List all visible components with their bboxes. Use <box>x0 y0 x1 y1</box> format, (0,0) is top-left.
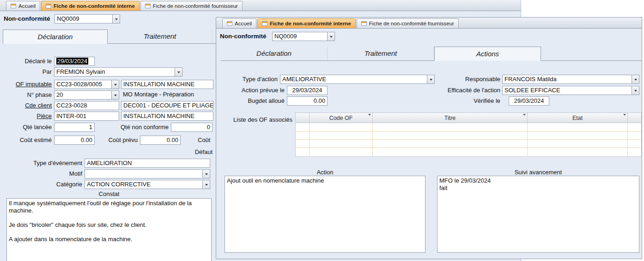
doc-tab-accueil[interactable]: Accueil <box>222 18 256 28</box>
row-selector-header[interactable] <box>296 113 310 123</box>
verified-date-field[interactable]: 29/03/2024 <box>509 96 549 106</box>
document-tab-bar: Accueil Fiche de non-conformité interne … <box>0 0 521 11</box>
doc-tab-fiche-interne[interactable]: Fiche de non-conformité interne <box>41 1 140 11</box>
cost-estimated-label: Coût estimé <box>0 136 52 145</box>
dropdown-arrow-icon[interactable] <box>175 68 182 76</box>
action-type-label: Type d'action <box>216 75 278 84</box>
piece-label[interactable]: Pièce <box>0 112 52 121</box>
tab-actions[interactable]: Actions <box>434 47 541 61</box>
doc-tab-label: Fiche de non-conformité fournisseur <box>153 3 238 9</box>
planned-date-label: Action prévue le <box>216 86 285 95</box>
selected-date-text: 29/03/2024 <box>56 58 88 65</box>
phase-combo[interactable]: 20 <box>54 90 119 100</box>
column-header-titre[interactable]: Titre <box>373 113 528 123</box>
qty-launched-field[interactable]: 1 <box>54 123 95 132</box>
dropdown-arrow-icon[interactable] <box>112 15 120 23</box>
datasheet-cell[interactable] <box>373 140 528 148</box>
datasheet-cell[interactable] <box>628 140 641 148</box>
doc-tab-fiche-fournisseur[interactable]: Fiche de non-conformité fournisseur <box>357 18 459 28</box>
datasheet-cell[interactable] <box>528 123 628 131</box>
column-dropdown-icon[interactable] <box>368 116 371 122</box>
cost-estimated-field[interactable]: 0.00 <box>54 136 95 145</box>
declared-on-label: Déclaré le <box>0 57 52 66</box>
doc-tab-fiche-interne[interactable]: Fiche de non-conformité interne <box>257 18 356 28</box>
datasheet-cell[interactable] <box>373 123 528 131</box>
datasheet-cell[interactable] <box>628 123 641 131</box>
of-imputable-label[interactable]: OF imputable <box>0 80 52 89</box>
reason-combo[interactable] <box>85 169 210 178</box>
record-selector-label: Non-conformité <box>4 14 53 24</box>
datasheet-row <box>296 140 641 148</box>
declared-on-field[interactable]: 29/03/2024 <box>54 57 95 66</box>
form-icon <box>361 21 367 26</box>
of-imputable-combo[interactable]: CC23-0028/0005 <box>54 80 119 89</box>
responsible-combo[interactable]: FRANCOIS Matilda <box>502 75 639 84</box>
action-textarea[interactable]: Ajout outil en nomenclature machine <box>225 176 425 253</box>
nonconformity-number-combo[interactable]: NQ0009 <box>55 14 120 24</box>
responsible-label: Responsable <box>438 75 500 84</box>
dropdown-arrow-icon[interactable] <box>111 80 119 89</box>
piece-title-field[interactable]: INSTALLATION MACHINE <box>121 112 213 121</box>
combo-value: FREMION Sylvain <box>55 68 175 76</box>
doc-tab-label: Fiche de non-conformité fournisseur <box>369 21 454 26</box>
category-combo[interactable]: ACTION CORRECTIVE <box>85 180 210 189</box>
doc-tab-fiche-fournisseur[interactable]: Fiche de non-conformité fournisseur <box>140 1 243 11</box>
customer-order-field[interactable]: CC23-0028 <box>54 101 119 110</box>
budget-field[interactable]: 0.00 <box>287 96 328 106</box>
nonconformity-number-combo[interactable]: NQ0009 <box>272 32 335 41</box>
customer-order-title-field[interactable]: DEC001 - DECOUPE ET PLIAGE <box>121 101 213 110</box>
customer-order-label[interactable]: Cde client <box>0 101 52 110</box>
column-header-code-of[interactable]: Code OF <box>310 113 373 123</box>
dropdown-arrow-icon[interactable] <box>202 180 210 189</box>
declared-by-combo[interactable]: FREMION Sylvain <box>54 67 182 77</box>
datasheet-cell[interactable] <box>528 131 628 139</box>
tab-traitement[interactable]: Traitement <box>108 30 213 43</box>
cost-planned-field[interactable]: 0.00 <box>140 136 181 145</box>
doc-tab-accueil[interactable]: Accueil <box>6 1 40 11</box>
dropdown-arrow-icon[interactable] <box>111 91 119 99</box>
tab-declaration[interactable]: Déclaration <box>221 47 328 60</box>
column-header-etat[interactable]: Etat <box>528 113 628 123</box>
datasheet-cell[interactable] <box>310 123 373 131</box>
column-header-new[interactable] <box>628 113 641 123</box>
verified-date-label: Vérifiée le <box>438 96 500 106</box>
form-icon <box>145 4 151 8</box>
progress-textarea[interactable]: MFO le 29/03/2024 fait <box>437 176 639 253</box>
datasheet-cell[interactable] <box>310 140 373 148</box>
dropdown-arrow-icon[interactable] <box>202 170 210 178</box>
qty-nonconforming-field[interactable]: 0 <box>171 123 213 132</box>
datasheet-cell[interactable] <box>528 140 628 148</box>
datasheet-cell[interactable] <box>373 148 528 156</box>
tab-declaration[interactable]: Déclaration <box>3 30 108 44</box>
column-dropdown-icon[interactable] <box>623 116 626 122</box>
dropdown-arrow-icon[interactable] <box>632 75 639 83</box>
row-selector-cell[interactable] <box>296 148 310 156</box>
reason-label: Motif <box>0 169 82 178</box>
finding-textarea[interactable]: Il manque systématiquement l'outil de ré… <box>6 198 212 261</box>
datasheet-cell[interactable] <box>373 131 528 139</box>
form-icon <box>11 4 16 8</box>
tab-traitement[interactable]: Traitement <box>328 47 434 60</box>
cost-planned-label: Coût prévu <box>98 136 138 145</box>
row-selector-cell[interactable] <box>296 140 310 148</box>
effectiveness-combo[interactable]: SOLDEE EFFICACE <box>502 86 639 95</box>
planned-date-field[interactable]: 29/03/2024 <box>287 86 328 95</box>
datasheet-cell[interactable] <box>628 131 641 139</box>
record-selector-label: Non-conformité <box>220 32 271 41</box>
action-type-combo[interactable]: AMELIORATIVE <box>280 75 435 84</box>
piece-field[interactable]: INTER-001 <box>54 112 119 121</box>
datasheet-cell[interactable] <box>310 148 373 156</box>
phase-label: N° phase <box>0 90 52 100</box>
dropdown-arrow-icon[interactable] <box>427 75 434 83</box>
dropdown-arrow-icon[interactable] <box>327 32 334 41</box>
dropdown-arrow-icon[interactable] <box>632 86 639 95</box>
column-dropdown-icon[interactable] <box>523 116 526 122</box>
combo-value: ACTION CORRECTIVE <box>85 180 202 189</box>
row-selector-cell[interactable] <box>296 131 310 139</box>
row-selector-cell[interactable] <box>296 123 310 131</box>
datasheet-cell[interactable] <box>310 131 373 139</box>
datasheet-cell[interactable] <box>628 148 641 156</box>
datasheet-cell[interactable] <box>528 148 628 156</box>
event-type-field[interactable]: AMELIORATION <box>85 159 210 168</box>
of-imputable-title-field[interactable]: INSTALLATION MACHINE <box>121 80 213 89</box>
